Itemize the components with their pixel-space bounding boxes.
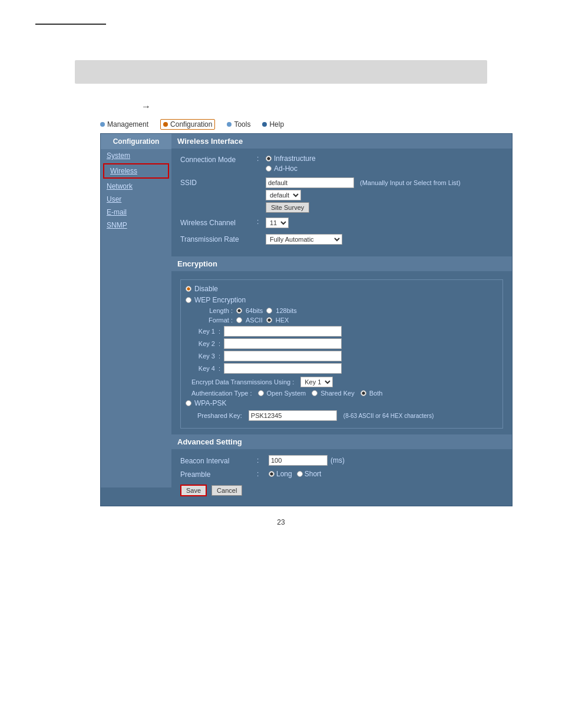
- sidebar-item-snmp[interactable]: SNMP: [101, 219, 171, 232]
- wireless-channel-value: 11: [266, 218, 503, 228]
- key2-input[interactable]: [224, 338, 342, 349]
- preamble-long-radio[interactable]: [269, 471, 275, 477]
- transmission-rate-select[interactable]: Fully Automatic: [266, 234, 342, 245]
- encryption-form: Disable WEP Encryption Length : 64bits: [171, 271, 512, 434]
- save-button[interactable]: Save: [180, 485, 207, 496]
- content-area: Wireless Interface Connection Mode : Inf…: [171, 134, 512, 506]
- ssid-input[interactable]: [266, 177, 354, 188]
- bits64-radio[interactable]: [236, 308, 242, 314]
- transmission-rate-label: Transmission Rate: [180, 234, 257, 245]
- auth-type-label: Authentication Type :: [191, 390, 252, 397]
- bits128-radio[interactable]: [266, 308, 272, 314]
- sidebar-item-network[interactable]: Network: [101, 180, 171, 193]
- nav-management[interactable]: Management: [100, 120, 148, 129]
- encryption-options: Disable WEP Encryption Length : 64bits: [180, 279, 503, 429]
- site-survey-button[interactable]: Site Survey: [266, 202, 309, 213]
- hex-label: HEX: [276, 317, 289, 324]
- arrow-icon: →: [141, 101, 151, 112]
- key1-input[interactable]: [224, 326, 342, 337]
- ssid-row: SSID (Manually Input or Select from List…: [180, 177, 503, 213]
- key2-label: Key 2: [191, 340, 215, 347]
- auth-type-row: Authentication Type : Open System Shared…: [191, 390, 498, 397]
- wep-option[interactable]: WEP Encryption: [186, 296, 498, 304]
- open-system-radio[interactable]: [258, 390, 264, 396]
- format-row: Format : ASCII HEX: [191, 317, 498, 324]
- configuration-label: Configuration: [170, 120, 212, 129]
- preshared-key-hint: (8-63 ASCII or 64 HEX characters): [343, 413, 434, 419]
- nav-tools[interactable]: Tools: [227, 120, 250, 129]
- management-label: Management: [107, 120, 148, 129]
- beacon-interval-unit: (ms): [330, 456, 345, 465]
- beacon-interval-label: Beacon Interval: [180, 456, 257, 465]
- ssid-dropdown[interactable]: default: [266, 190, 301, 200]
- sidebar: Configuration System Wireless Network Us…: [101, 134, 171, 487]
- configuration-dot: [163, 122, 168, 127]
- wireless-channel-select[interactable]: 11: [266, 218, 289, 228]
- connection-mode-label: Connection Mode: [180, 154, 257, 164]
- key2-row: Key 2 :: [191, 338, 498, 349]
- wireless-channel-row: Wireless Channel : 11: [180, 218, 503, 229]
- tools-dot: [227, 122, 232, 127]
- both-radio[interactable]: [361, 390, 366, 396]
- top-line: [35, 24, 106, 25]
- tools-label: Tools: [234, 120, 250, 129]
- wireless-interface-header: Wireless Interface: [171, 134, 512, 149]
- bits64-label: 64bits: [246, 307, 263, 314]
- open-system-label: Open System: [267, 390, 306, 397]
- main-panel: Configuration System Wireless Network Us…: [100, 133, 513, 506]
- shared-key-radio[interactable]: [312, 390, 318, 396]
- key3-label: Key 3: [191, 353, 215, 360]
- wpa-psk-radio[interactable]: [186, 400, 191, 406]
- nav-help[interactable]: Help: [262, 120, 284, 129]
- disable-radio[interactable]: [186, 286, 191, 292]
- bits128-label: 128bits: [276, 307, 296, 314]
- key3-input[interactable]: [224, 351, 342, 361]
- adhoc-radio-row[interactable]: Ad-Hoc: [266, 164, 316, 173]
- encrypt-using-label: Encrypt Data Transmissions Using :: [191, 378, 294, 386]
- preamble-label: Preamble: [180, 469, 257, 479]
- infrastructure-label: Infrastructure: [274, 154, 316, 163]
- connection-mode-value: Infrastructure Ad-Hoc: [266, 154, 503, 173]
- sidebar-header: Configuration: [101, 134, 171, 149]
- both-label: Both: [369, 390, 383, 397]
- management-dot: [100, 122, 105, 127]
- wep-label: WEP Encryption: [194, 296, 246, 304]
- length-label: Length :: [191, 307, 233, 314]
- nav-configuration[interactable]: Configuration: [160, 119, 215, 130]
- preshared-key-input[interactable]: [249, 410, 337, 421]
- sidebar-item-user[interactable]: User: [101, 193, 171, 206]
- preshared-key-label: Preshared Key:: [197, 412, 242, 419]
- infrastructure-radio[interactable]: [266, 156, 272, 162]
- wep-radio[interactable]: [186, 297, 191, 303]
- key4-label: Key 4: [191, 365, 215, 372]
- preamble-short-radio[interactable]: [297, 471, 303, 477]
- connection-mode-row: Connection Mode : Infrastructure Ad-Hoc: [180, 154, 503, 173]
- preamble-row: Preamble : Long Short: [180, 469, 503, 479]
- ssid-area: (Manually Input or Select from List) def…: [266, 177, 461, 213]
- sidebar-item-email[interactable]: E-mail: [101, 206, 171, 219]
- key4-input[interactable]: [224, 363, 342, 374]
- sidebar-item-wireless[interactable]: Wireless: [103, 163, 169, 179]
- encryption-header: Encryption: [171, 256, 512, 271]
- encrypt-using-select[interactable]: Key 1: [300, 377, 333, 387]
- hex-radio[interactable]: [266, 317, 272, 323]
- sidebar-item-system[interactable]: System: [101, 149, 171, 162]
- nav-bar: Management Configuration Tools Help: [35, 116, 527, 133]
- help-label: Help: [269, 120, 284, 129]
- key4-row: Key 4 :: [191, 363, 498, 374]
- transmission-rate-value: Fully Automatic: [266, 234, 503, 245]
- preshared-key-row: Preshared Key: (8-63 ASCII or 64 HEX cha…: [186, 410, 498, 421]
- wpa-psk-label: WPA-PSK: [194, 399, 226, 407]
- page-number: 23: [35, 518, 527, 526]
- wep-sub-form: Length : 64bits 128bits Format : ASCII: [191, 307, 498, 397]
- ascii-radio[interactable]: [236, 317, 242, 323]
- disable-label: Disable: [194, 285, 218, 293]
- cancel-button[interactable]: Cancel: [211, 485, 242, 496]
- beacon-interval-input[interactable]: [269, 455, 328, 466]
- infrastructure-radio-row[interactable]: Infrastructure: [266, 154, 316, 163]
- wpa-psk-option[interactable]: WPA-PSK: [186, 399, 498, 407]
- help-dot: [262, 122, 267, 127]
- disable-option[interactable]: Disable: [186, 285, 498, 293]
- adhoc-radio[interactable]: [266, 166, 272, 172]
- format-label: Format :: [191, 317, 233, 324]
